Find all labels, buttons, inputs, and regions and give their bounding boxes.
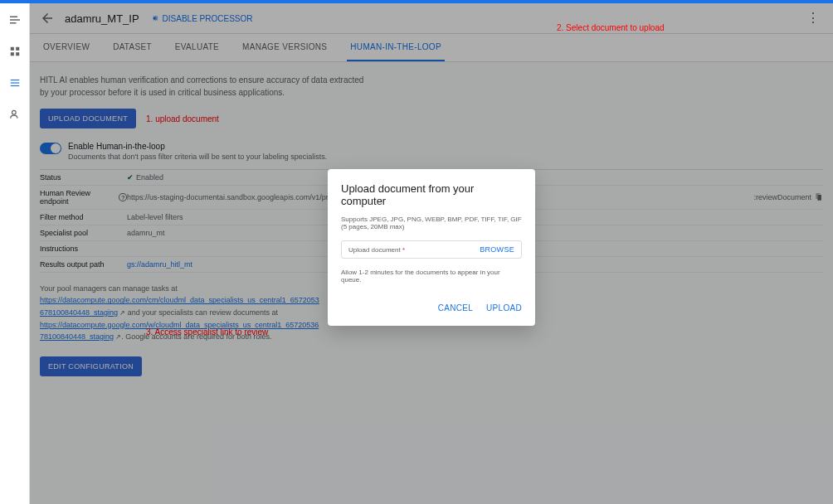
modal-overlay: 2. Select document to upload Upload docu…: [30, 3, 833, 504]
dashboard-icon[interactable]: [7, 43, 23, 60]
list-icon[interactable]: [7, 75, 23, 91]
svg-rect-2: [10, 52, 13, 56]
svg-point-7: [12, 110, 16, 114]
upload-modal: Upload document from your computer Suppo…: [328, 169, 535, 326]
menu-icon[interactable]: [7, 12, 23, 28]
svg-rect-4: [10, 80, 19, 80]
svg-rect-1: [16, 47, 19, 51]
svg-rect-5: [10, 82, 19, 83]
modal-note: Allow 1-2 minutes for the documents to a…: [341, 269, 522, 284]
left-nav-rail: [0, 3, 30, 504]
user-icon[interactable]: [7, 106, 23, 123]
upload-input-label: Upload document *: [348, 246, 405, 254]
browse-button[interactable]: BROWSE: [480, 245, 514, 254]
annotation-2: 2. Select document to upload: [557, 23, 665, 32]
upload-button[interactable]: UPLOAD: [486, 303, 522, 313]
svg-rect-0: [10, 47, 13, 51]
upload-input-field[interactable]: Upload document * BROWSE: [341, 240, 522, 259]
modal-subtitle: Supports JPEG, JPG, PNG, WEBP, BMP, PDF,…: [341, 216, 522, 230]
svg-rect-6: [10, 85, 19, 86]
modal-title: Upload document from your computer: [341, 182, 522, 207]
cancel-button[interactable]: CANCEL: [438, 303, 473, 313]
svg-rect-3: [16, 52, 19, 56]
